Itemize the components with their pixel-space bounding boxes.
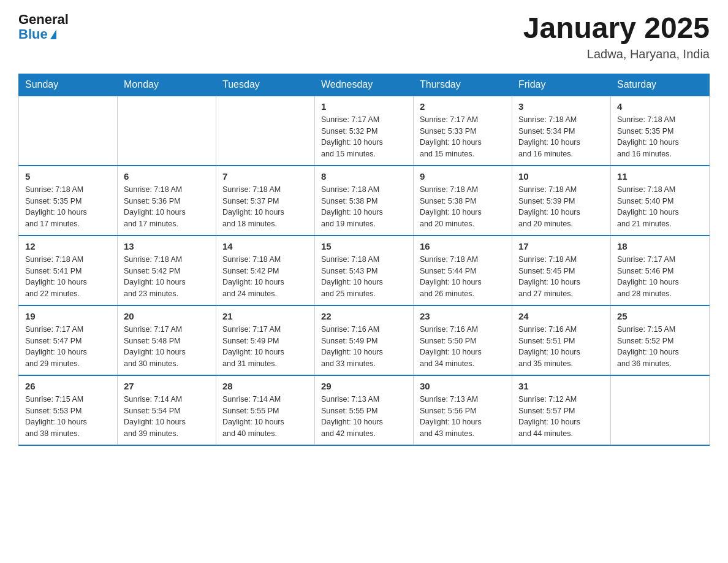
day-info: Sunrise: 7:18 AMSunset: 5:35 PMDaylight:… [617, 114, 703, 160]
day-number: 10 [518, 171, 604, 182]
day-info: Sunrise: 7:18 AMSunset: 5:40 PMDaylight:… [617, 184, 703, 230]
day-info: Sunrise: 7:16 AMSunset: 5:50 PMDaylight:… [420, 324, 506, 370]
table-row: 1Sunrise: 7:17 AMSunset: 5:32 PMDaylight… [315, 96, 414, 166]
day-number: 18 [617, 241, 703, 251]
table-row: 17Sunrise: 7:18 AMSunset: 5:45 PMDayligh… [512, 236, 611, 305]
day-info: Sunrise: 7:18 AMSunset: 5:39 PMDaylight:… [518, 184, 604, 230]
day-number: 20 [124, 311, 210, 321]
day-info: Sunrise: 7:18 AMSunset: 5:36 PMDaylight:… [124, 184, 210, 230]
day-info: Sunrise: 7:13 AMSunset: 5:55 PMDaylight:… [321, 394, 407, 440]
calendar-week-5: 26Sunrise: 7:15 AMSunset: 5:53 PMDayligh… [19, 375, 710, 445]
table-row: 8Sunrise: 7:18 AMSunset: 5:38 PMDaylight… [315, 166, 414, 236]
day-number: 3 [518, 101, 604, 112]
table-row: 18Sunrise: 7:17 AMSunset: 5:46 PMDayligh… [611, 236, 710, 305]
day-number: 16 [420, 241, 506, 251]
table-row [611, 375, 710, 445]
day-info: Sunrise: 7:18 AMSunset: 5:45 PMDaylight:… [518, 254, 604, 300]
day-number: 7 [222, 171, 308, 182]
table-row: 21Sunrise: 7:17 AMSunset: 5:49 PMDayligh… [216, 305, 315, 375]
day-number: 26 [25, 381, 111, 391]
table-row: 14Sunrise: 7:18 AMSunset: 5:42 PMDayligh… [216, 236, 315, 305]
day-number: 5 [25, 171, 111, 182]
day-info: Sunrise: 7:18 AMSunset: 5:42 PMDaylight:… [124, 254, 210, 300]
day-info: Sunrise: 7:15 AMSunset: 5:53 PMDaylight:… [25, 394, 111, 440]
page-header: General Blue January 2025 Ladwa, Haryana… [18, 12, 710, 61]
day-number: 28 [222, 381, 308, 391]
day-info: Sunrise: 7:14 AMSunset: 5:55 PMDaylight:… [222, 394, 308, 440]
day-number: 11 [617, 171, 703, 182]
col-tuesday: Tuesday [216, 74, 315, 96]
calendar-header-row: Sunday Monday Tuesday Wednesday Thursday… [19, 74, 710, 96]
table-row: 26Sunrise: 7:15 AMSunset: 5:53 PMDayligh… [19, 375, 118, 445]
table-row: 16Sunrise: 7:18 AMSunset: 5:44 PMDayligh… [414, 236, 512, 305]
logo-general-text: General [18, 12, 69, 27]
calendar-week-2: 5Sunrise: 7:18 AMSunset: 5:35 PMDaylight… [19, 166, 710, 236]
day-number: 13 [124, 241, 210, 251]
day-number: 14 [222, 241, 308, 251]
location-text: Ladwa, Haryana, India [523, 47, 710, 61]
day-number: 24 [518, 311, 604, 321]
day-info: Sunrise: 7:17 AMSunset: 5:47 PMDaylight:… [25, 324, 111, 370]
day-info: Sunrise: 7:18 AMSunset: 5:41 PMDaylight:… [25, 254, 111, 300]
calendar-week-3: 12Sunrise: 7:18 AMSunset: 5:41 PMDayligh… [19, 236, 710, 305]
col-saturday: Saturday [611, 74, 710, 96]
day-info: Sunrise: 7:17 AMSunset: 5:32 PMDaylight:… [321, 114, 407, 160]
logo-blue-text: Blue [18, 27, 56, 42]
table-row: 27Sunrise: 7:14 AMSunset: 5:54 PMDayligh… [118, 375, 216, 445]
calendar-table: Sunday Monday Tuesday Wednesday Thursday… [18, 74, 710, 446]
day-info: Sunrise: 7:12 AMSunset: 5:57 PMDaylight:… [518, 394, 604, 440]
col-wednesday: Wednesday [315, 74, 414, 96]
month-title: January 2025 [523, 12, 710, 45]
table-row: 11Sunrise: 7:18 AMSunset: 5:40 PMDayligh… [611, 166, 710, 236]
day-info: Sunrise: 7:18 AMSunset: 5:38 PMDaylight:… [420, 184, 506, 230]
table-row: 25Sunrise: 7:15 AMSunset: 5:52 PMDayligh… [611, 305, 710, 375]
table-row: 30Sunrise: 7:13 AMSunset: 5:56 PMDayligh… [414, 375, 512, 445]
day-number: 25 [617, 311, 703, 321]
table-row: 20Sunrise: 7:17 AMSunset: 5:48 PMDayligh… [118, 305, 216, 375]
day-number: 22 [321, 311, 407, 321]
calendar-week-4: 19Sunrise: 7:17 AMSunset: 5:47 PMDayligh… [19, 305, 710, 375]
table-row: 7Sunrise: 7:18 AMSunset: 5:37 PMDaylight… [216, 166, 315, 236]
table-row: 19Sunrise: 7:17 AMSunset: 5:47 PMDayligh… [19, 305, 118, 375]
day-info: Sunrise: 7:17 AMSunset: 5:48 PMDaylight:… [124, 324, 210, 370]
day-number: 29 [321, 381, 407, 391]
day-number: 12 [25, 241, 111, 251]
col-sunday: Sunday [19, 74, 118, 96]
day-info: Sunrise: 7:18 AMSunset: 5:34 PMDaylight:… [518, 114, 604, 160]
table-row [19, 96, 118, 166]
day-number: 21 [222, 311, 308, 321]
day-info: Sunrise: 7:18 AMSunset: 5:37 PMDaylight:… [222, 184, 308, 230]
day-info: Sunrise: 7:17 AMSunset: 5:46 PMDaylight:… [617, 254, 703, 300]
day-number: 6 [124, 171, 210, 182]
table-row: 6Sunrise: 7:18 AMSunset: 5:36 PMDaylight… [118, 166, 216, 236]
col-monday: Monday [118, 74, 216, 96]
table-row: 3Sunrise: 7:18 AMSunset: 5:34 PMDaylight… [512, 96, 611, 166]
day-info: Sunrise: 7:18 AMSunset: 5:35 PMDaylight:… [25, 184, 111, 230]
day-info: Sunrise: 7:16 AMSunset: 5:51 PMDaylight:… [518, 324, 604, 370]
table-row: 2Sunrise: 7:17 AMSunset: 5:33 PMDaylight… [414, 96, 512, 166]
day-number: 23 [420, 311, 506, 321]
day-number: 31 [518, 381, 604, 391]
day-number: 19 [25, 311, 111, 321]
table-row [216, 96, 315, 166]
day-number: 30 [420, 381, 506, 391]
day-number: 2 [420, 101, 506, 112]
table-row: 15Sunrise: 7:18 AMSunset: 5:43 PMDayligh… [315, 236, 414, 305]
table-row: 9Sunrise: 7:18 AMSunset: 5:38 PMDaylight… [414, 166, 512, 236]
day-info: Sunrise: 7:17 AMSunset: 5:33 PMDaylight:… [420, 114, 506, 160]
day-info: Sunrise: 7:15 AMSunset: 5:52 PMDaylight:… [617, 324, 703, 370]
day-info: Sunrise: 7:18 AMSunset: 5:44 PMDaylight:… [420, 254, 506, 300]
day-info: Sunrise: 7:14 AMSunset: 5:54 PMDaylight:… [124, 394, 210, 440]
col-friday: Friday [512, 74, 611, 96]
day-number: 15 [321, 241, 407, 251]
table-row: 12Sunrise: 7:18 AMSunset: 5:41 PMDayligh… [19, 236, 118, 305]
table-row: 28Sunrise: 7:14 AMSunset: 5:55 PMDayligh… [216, 375, 315, 445]
day-info: Sunrise: 7:16 AMSunset: 5:49 PMDaylight:… [321, 324, 407, 370]
table-row: 23Sunrise: 7:16 AMSunset: 5:50 PMDayligh… [414, 305, 512, 375]
day-info: Sunrise: 7:18 AMSunset: 5:42 PMDaylight:… [222, 254, 308, 300]
table-row: 10Sunrise: 7:18 AMSunset: 5:39 PMDayligh… [512, 166, 611, 236]
table-row: 29Sunrise: 7:13 AMSunset: 5:55 PMDayligh… [315, 375, 414, 445]
table-row: 24Sunrise: 7:16 AMSunset: 5:51 PMDayligh… [512, 305, 611, 375]
table-row: 13Sunrise: 7:18 AMSunset: 5:42 PMDayligh… [118, 236, 216, 305]
title-area: January 2025 Ladwa, Haryana, India [523, 12, 710, 61]
